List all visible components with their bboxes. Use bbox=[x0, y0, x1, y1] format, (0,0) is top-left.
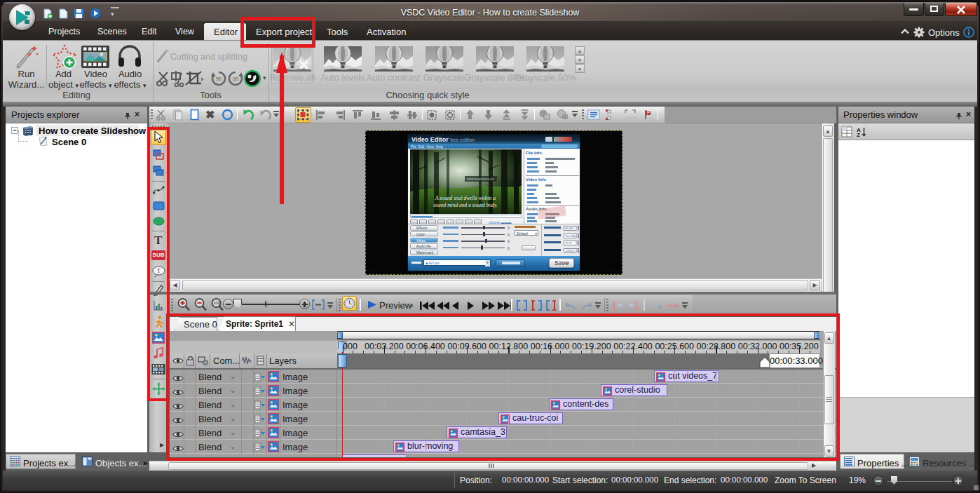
svg-text:100: 100 bbox=[213, 301, 221, 305]
svg-text:Z: Z bbox=[857, 132, 860, 137]
svg-text:90: 90 bbox=[216, 76, 222, 81]
svg-text:90: 90 bbox=[233, 76, 238, 81]
svg-text:P: P bbox=[647, 110, 650, 115]
svg-text:sound mind and a sound body.: sound mind and a sound body. bbox=[433, 202, 497, 208]
svg-text:A sound soul dwells within a: A sound soul dwells within a bbox=[435, 195, 496, 201]
svg-text:www.bestnature.vn: www.bestnature.vn bbox=[467, 177, 494, 181]
